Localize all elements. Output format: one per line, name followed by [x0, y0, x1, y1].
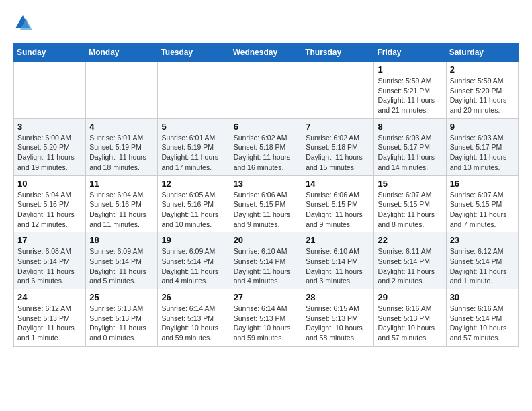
calendar-cell: 16Sunrise: 6:07 AM Sunset: 5:15 PM Dayli… — [446, 175, 518, 232]
day-info: Sunrise: 6:04 AM Sunset: 5:16 PM Dayligh… — [17, 190, 82, 230]
day-info: Sunrise: 6:13 AM Sunset: 5:13 PM Dayligh… — [89, 304, 154, 343]
day-info: Sunrise: 6:15 AM Sunset: 5:13 PM Dayligh… — [306, 304, 370, 343]
calendar-cell: 13Sunrise: 6:06 AM Sunset: 5:15 PM Dayli… — [230, 175, 302, 232]
day-info: Sunrise: 6:10 AM Sunset: 5:14 PM Dayligh… — [234, 246, 299, 286]
calendar-week-row: 17Sunrise: 6:08 AM Sunset: 5:14 PM Dayli… — [14, 232, 519, 289]
day-number: 10 — [17, 179, 82, 189]
day-info: Sunrise: 6:01 AM Sunset: 5:19 PM Dayligh… — [161, 133, 226, 173]
day-number: 17 — [17, 235, 82, 245]
day-info: Sunrise: 6:14 AM Sunset: 5:13 PM Dayligh… — [161, 304, 226, 343]
calendar-cell: 9Sunrise: 6:03 AM Sunset: 5:17 PM Daylig… — [446, 118, 518, 175]
calendar-week-row: 24Sunrise: 6:12 AM Sunset: 5:13 PM Dayli… — [14, 289, 519, 347]
logo — [13, 13, 35, 32]
day-info: Sunrise: 6:01 AM Sunset: 5:19 PM Dayligh… — [89, 133, 154, 173]
day-number: 12 — [161, 179, 226, 189]
day-number: 8 — [378, 122, 442, 132]
day-info: Sunrise: 6:16 AM Sunset: 5:13 PM Dayligh… — [378, 304, 442, 343]
weekday-header: Monday — [86, 44, 158, 62]
day-info: Sunrise: 6:02 AM Sunset: 5:18 PM Dayligh… — [234, 133, 299, 173]
calendar-cell — [302, 62, 374, 119]
day-number: 30 — [450, 292, 515, 302]
day-number: 13 — [234, 179, 299, 189]
day-info: Sunrise: 6:09 AM Sunset: 5:14 PM Dayligh… — [89, 246, 154, 286]
calendar-cell: 21Sunrise: 6:10 AM Sunset: 5:14 PM Dayli… — [302, 232, 374, 289]
weekday-header: Saturday — [446, 44, 518, 62]
day-info: Sunrise: 6:07 AM Sunset: 5:15 PM Dayligh… — [378, 190, 442, 230]
weekday-header: Wednesday — [230, 44, 302, 62]
calendar-cell: 30Sunrise: 6:16 AM Sunset: 5:14 PM Dayli… — [446, 289, 518, 347]
calendar-week-row: 3Sunrise: 6:00 AM Sunset: 5:20 PM Daylig… — [14, 118, 519, 175]
day-number: 21 — [306, 235, 370, 245]
calendar-cell: 1Sunrise: 5:59 AM Sunset: 5:21 PM Daylig… — [374, 62, 446, 119]
calendar-cell: 11Sunrise: 6:04 AM Sunset: 5:16 PM Dayli… — [86, 175, 158, 232]
day-info: Sunrise: 6:12 AM Sunset: 5:13 PM Dayligh… — [17, 304, 82, 343]
calendar-cell — [14, 62, 86, 119]
calendar-cell: 17Sunrise: 6:08 AM Sunset: 5:14 PM Dayli… — [14, 232, 86, 289]
page-header — [13, 13, 519, 32]
calendar-cell: 14Sunrise: 6:06 AM Sunset: 5:15 PM Dayli… — [302, 175, 374, 232]
day-number: 22 — [378, 235, 442, 245]
calendar-cell: 8Sunrise: 6:03 AM Sunset: 5:17 PM Daylig… — [374, 118, 446, 175]
day-info: Sunrise: 6:04 AM Sunset: 5:16 PM Dayligh… — [89, 190, 154, 230]
calendar-cell: 3Sunrise: 6:00 AM Sunset: 5:20 PM Daylig… — [14, 118, 86, 175]
day-number: 4 — [89, 122, 154, 132]
day-info: Sunrise: 6:11 AM Sunset: 5:14 PM Dayligh… — [378, 246, 442, 286]
calendar-cell: 20Sunrise: 6:10 AM Sunset: 5:14 PM Dayli… — [230, 232, 302, 289]
calendar-cell: 19Sunrise: 6:09 AM Sunset: 5:14 PM Dayli… — [158, 232, 230, 289]
calendar-cell — [230, 62, 302, 119]
calendar-table: SundayMondayTuesdayWednesdayThursdayFrid… — [13, 43, 519, 347]
calendar-cell: 2Sunrise: 5:59 AM Sunset: 5:20 PM Daylig… — [446, 62, 518, 119]
weekday-header: Sunday — [14, 44, 86, 62]
calendar-cell: 7Sunrise: 6:02 AM Sunset: 5:18 PM Daylig… — [302, 118, 374, 175]
day-number: 27 — [234, 292, 299, 302]
calendar-cell: 23Sunrise: 6:12 AM Sunset: 5:14 PM Dayli… — [446, 232, 518, 289]
day-number: 16 — [450, 179, 515, 189]
logo-icon — [13, 13, 32, 32]
calendar-cell: 24Sunrise: 6:12 AM Sunset: 5:13 PM Dayli… — [14, 289, 86, 347]
day-number: 25 — [89, 292, 154, 302]
day-info: Sunrise: 6:16 AM Sunset: 5:14 PM Dayligh… — [450, 304, 515, 343]
calendar-cell: 5Sunrise: 6:01 AM Sunset: 5:19 PM Daylig… — [158, 118, 230, 175]
day-info: Sunrise: 6:06 AM Sunset: 5:15 PM Dayligh… — [234, 190, 299, 230]
calendar-cell — [86, 62, 158, 119]
calendar-week-row: 1Sunrise: 5:59 AM Sunset: 5:21 PM Daylig… — [14, 62, 519, 119]
day-number: 7 — [306, 122, 370, 132]
day-number: 23 — [450, 235, 515, 245]
day-number: 15 — [378, 179, 442, 189]
day-number: 20 — [234, 235, 299, 245]
calendar-cell: 28Sunrise: 6:15 AM Sunset: 5:13 PM Dayli… — [302, 289, 374, 347]
calendar-cell: 26Sunrise: 6:14 AM Sunset: 5:13 PM Dayli… — [158, 289, 230, 347]
day-info: Sunrise: 5:59 AM Sunset: 5:21 PM Dayligh… — [378, 76, 442, 116]
day-info: Sunrise: 6:03 AM Sunset: 5:17 PM Dayligh… — [450, 133, 515, 173]
day-number: 29 — [378, 292, 442, 302]
day-number: 18 — [89, 235, 154, 245]
calendar-cell: 18Sunrise: 6:09 AM Sunset: 5:14 PM Dayli… — [86, 232, 158, 289]
day-number: 5 — [161, 122, 226, 132]
day-number: 26 — [161, 292, 226, 302]
weekday-header: Tuesday — [158, 44, 230, 62]
day-number: 2 — [450, 64, 515, 75]
day-info: Sunrise: 6:14 AM Sunset: 5:13 PM Dayligh… — [234, 304, 299, 343]
day-number: 1 — [378, 64, 442, 75]
calendar-cell: 25Sunrise: 6:13 AM Sunset: 5:13 PM Dayli… — [86, 289, 158, 347]
calendar-cell: 6Sunrise: 6:02 AM Sunset: 5:18 PM Daylig… — [230, 118, 302, 175]
day-number: 3 — [17, 122, 82, 132]
day-number: 19 — [161, 235, 226, 245]
day-info: Sunrise: 6:06 AM Sunset: 5:15 PM Dayligh… — [306, 190, 370, 230]
calendar-cell — [158, 62, 230, 119]
calendar-cell: 10Sunrise: 6:04 AM Sunset: 5:16 PM Dayli… — [14, 175, 86, 232]
day-number: 14 — [306, 179, 370, 189]
weekday-header: Thursday — [302, 44, 374, 62]
day-info: Sunrise: 6:00 AM Sunset: 5:20 PM Dayligh… — [17, 133, 82, 173]
calendar-cell: 12Sunrise: 6:05 AM Sunset: 5:16 PM Dayli… — [158, 175, 230, 232]
day-info: Sunrise: 6:05 AM Sunset: 5:16 PM Dayligh… — [161, 190, 226, 230]
day-info: Sunrise: 6:03 AM Sunset: 5:17 PM Dayligh… — [378, 133, 442, 173]
day-number: 11 — [89, 179, 154, 189]
calendar-cell: 27Sunrise: 6:14 AM Sunset: 5:13 PM Dayli… — [230, 289, 302, 347]
day-number: 6 — [234, 122, 299, 132]
calendar-header-row: SundayMondayTuesdayWednesdayThursdayFrid… — [14, 44, 519, 62]
day-info: Sunrise: 6:07 AM Sunset: 5:15 PM Dayligh… — [450, 190, 515, 230]
day-info: Sunrise: 6:09 AM Sunset: 5:14 PM Dayligh… — [161, 246, 226, 286]
calendar-cell: 29Sunrise: 6:16 AM Sunset: 5:13 PM Dayli… — [374, 289, 446, 347]
day-info: Sunrise: 6:08 AM Sunset: 5:14 PM Dayligh… — [17, 246, 82, 286]
